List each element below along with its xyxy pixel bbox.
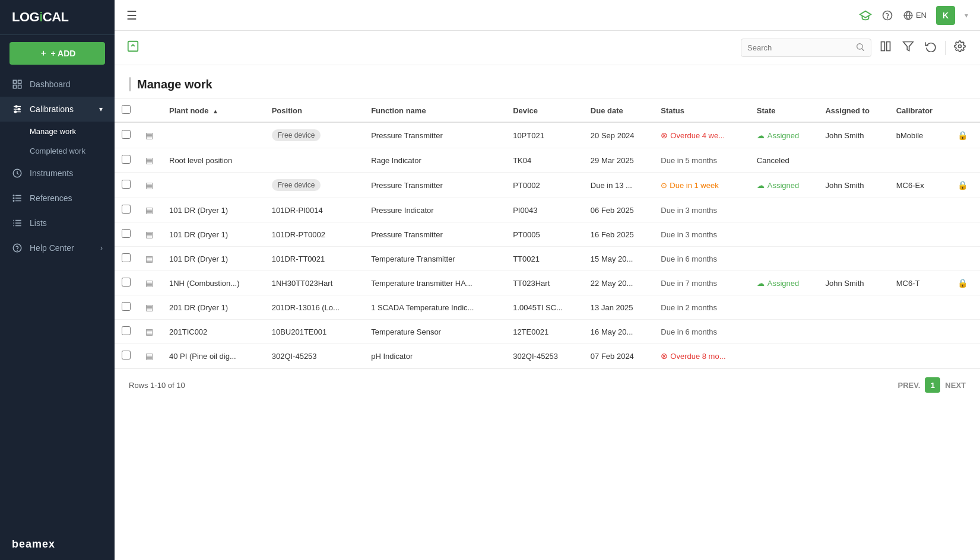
header-plant-node[interactable]: Plant node ▲: [162, 99, 265, 122]
sidebar-item-dashboard[interactable]: Dashboard: [0, 72, 115, 97]
language-button[interactable]: EN: [903, 10, 927, 21]
row-checkbox[interactable]: [122, 278, 131, 287]
table-row: ▤201 DR (Dryer 1)201DR-13016 (Lo...1 SCA…: [115, 295, 980, 320]
sidebar-sub-label: Manage work: [30, 127, 76, 136]
filter-button[interactable]: [900, 38, 916, 58]
row-checkbox[interactable]: [122, 302, 131, 311]
row-checkbox[interactable]: [122, 130, 131, 139]
row-lock-cell: [950, 320, 980, 344]
sidebar-item-lists[interactable]: Lists: [0, 211, 115, 236]
refresh-button[interactable]: [922, 38, 939, 58]
row-position: 1NH30TT023Hart: [265, 271, 364, 295]
overdue-icon: ⊗: [661, 351, 668, 361]
row-checkbox[interactable]: [122, 351, 131, 359]
row-due-date: 15 May 20...: [583, 247, 654, 271]
svg-point-26: [887, 17, 888, 18]
svg-rect-28: [128, 42, 138, 52]
folder-icon: ▤: [145, 180, 153, 190]
search-input[interactable]: [747, 43, 855, 52]
row-due-date: 06 Feb 2025: [583, 198, 654, 222]
table-row: ▤Root level positionRage IndicatorTK0429…: [115, 148, 980, 173]
row-status: ⊗Overdue 8 mo...: [654, 344, 749, 368]
columns-button[interactable]: [877, 38, 894, 58]
sidebar-item-calibrations[interactable]: Calibrations ▾: [0, 97, 115, 122]
row-folder-cell: ▤: [138, 173, 162, 198]
sidebar-item-manage-work[interactable]: Manage work: [0, 122, 115, 141]
expand-button[interactable]: [126, 40, 139, 56]
row-device: PT0005: [506, 222, 583, 247]
sort-icon: ▲: [213, 108, 218, 114]
row-checkbox[interactable]: [122, 155, 131, 164]
sidebar-item-references[interactable]: References: [0, 186, 115, 211]
academy-button[interactable]: [859, 9, 872, 22]
row-state: [750, 222, 819, 247]
help-button[interactable]: [881, 9, 893, 21]
select-all-checkbox[interactable]: [122, 105, 131, 114]
header-position[interactable]: Position: [265, 99, 364, 122]
row-state: [750, 295, 819, 320]
row-checkbox[interactable]: [122, 180, 131, 189]
add-icon: ＋: [39, 48, 47, 59]
row-status: Due in 5 months: [654, 148, 749, 173]
grid-icon: [12, 79, 23, 90]
header-state[interactable]: State: [750, 99, 819, 122]
user-avatar[interactable]: K: [936, 6, 955, 25]
sidebar-item-help-center[interactable]: Help Center ›: [0, 236, 115, 260]
row-checkbox[interactable]: [122, 229, 131, 238]
search-button[interactable]: [855, 42, 865, 53]
svg-line-30: [862, 49, 864, 51]
row-function-name: 1 SCADA Temperature Indic...: [364, 295, 506, 320]
row-checkbox-cell[interactable]: [115, 344, 138, 368]
sidebar-item-completed-work[interactable]: Completed work: [0, 141, 115, 161]
header-status[interactable]: Status: [654, 99, 749, 122]
row-folder-cell: ▤: [138, 320, 162, 344]
row-due-date: 13 Jan 2025: [583, 295, 654, 320]
row-checkbox-cell[interactable]: [115, 271, 138, 295]
row-checkbox-cell[interactable]: [115, 320, 138, 344]
row-checkbox[interactable]: [122, 205, 131, 214]
svg-point-24: [17, 250, 18, 250]
row-device: TK04: [506, 148, 583, 173]
header-checkbox[interactable]: [115, 99, 138, 122]
header-device[interactable]: Device: [506, 99, 583, 122]
header-due-date[interactable]: Due date: [583, 99, 654, 122]
row-checkbox-cell[interactable]: [115, 222, 138, 247]
svg-rect-0: [13, 80, 16, 83]
row-folder-cell: ▤: [138, 247, 162, 271]
row-plant-node: 101 DR (Dryer 1): [162, 198, 265, 222]
current-page[interactable]: 1: [925, 377, 940, 393]
header-function-name[interactable]: Function name: [364, 99, 506, 122]
row-checkbox-cell[interactable]: [115, 148, 138, 173]
sidebar-item-instruments[interactable]: Instruments: [0, 161, 115, 186]
row-status: Due in 6 months: [654, 247, 749, 271]
row-checkbox-cell[interactable]: [115, 122, 138, 148]
add-button[interactable]: ＋ + ADD: [9, 42, 105, 65]
row-checkbox[interactable]: [122, 253, 131, 262]
row-assigned-to: [818, 198, 889, 222]
page-title: Manage work: [137, 78, 213, 91]
page-title-row: Manage work: [115, 65, 980, 99]
row-checkbox-cell[interactable]: [115, 173, 138, 198]
row-checkbox-cell[interactable]: [115, 247, 138, 271]
sidebar-item-label: Dashboard: [30, 79, 71, 89]
next-button[interactable]: NEXT: [945, 381, 966, 390]
row-assigned-to: John Smith: [818, 271, 889, 295]
header-assigned-to[interactable]: Assigned to: [818, 99, 889, 122]
row-checkbox[interactable]: [122, 326, 131, 335]
settings-button[interactable]: [952, 38, 968, 58]
prev-button[interactable]: PREV.: [898, 381, 921, 390]
folder-icon: ▤: [145, 351, 153, 361]
svg-point-14: [13, 195, 14, 196]
row-plant-node: 201TIC002: [162, 320, 265, 344]
row-checkbox-cell[interactable]: [115, 198, 138, 222]
header-calibrator[interactable]: Calibrator: [889, 99, 951, 122]
hamburger-button[interactable]: ☰: [126, 8, 137, 23]
row-checkbox-cell[interactable]: [115, 295, 138, 320]
row-calibrator: [889, 222, 951, 247]
row-calibrator: [889, 295, 951, 320]
row-lock-cell: [950, 148, 980, 173]
globe-icon: [903, 10, 914, 21]
overdue-icon: ⊗: [661, 131, 668, 140]
row-plant-node: [162, 173, 265, 198]
state-assigned: ☁Assigned: [757, 279, 811, 288]
